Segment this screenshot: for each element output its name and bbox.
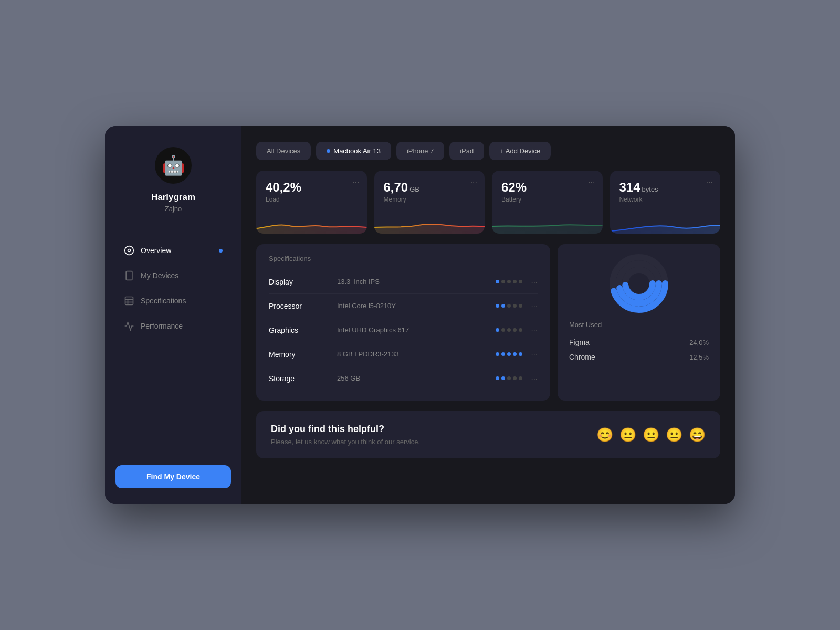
sidebar-item-specifications[interactable]: Specifications <box>116 289 231 312</box>
sidebar-item-overview[interactable]: Overview <box>116 239 231 262</box>
middle-row: Specifications Display13.3–inch IPS···Pr… <box>256 244 720 401</box>
chart-load <box>256 213 367 234</box>
nav-active-dot <box>219 249 223 253</box>
spec-value: Intel UHD Graphics 617 <box>337 326 496 334</box>
most-used-card: Most Used Figma24,0%Chrome12,5% <box>558 244 720 401</box>
metric-more-load[interactable]: ··· <box>352 178 359 187</box>
gauge-svg <box>605 249 673 318</box>
avatar: 🤖 <box>155 147 192 184</box>
spec-name: Memory <box>269 350 337 359</box>
spec-dots <box>496 304 522 308</box>
metric-label-memory: Memory <box>384 196 476 203</box>
spec-dot <box>513 304 517 308</box>
spec-dot <box>519 280 522 284</box>
spec-dot <box>507 328 511 332</box>
svg-rect-2 <box>126 271 132 280</box>
spec-more-button[interactable]: ··· <box>531 326 538 334</box>
sidebar-item-my-devices[interactable]: My Devices <box>116 264 231 287</box>
feedback-text: Did you find this helpful? Please, let u… <box>271 424 420 446</box>
emoji-row: 😊😐😐😐😄 <box>596 427 706 443</box>
spec-dot <box>496 376 499 380</box>
spec-dot <box>519 328 522 332</box>
feedback-emoji-3[interactable]: 😐 <box>666 427 682 443</box>
spec-rows-container: Display13.3–inch IPS···ProcessorIntel Co… <box>269 270 538 390</box>
metric-card-network: ··· 314 bytes Network <box>610 171 721 234</box>
app-container: 🤖 Harlygram Zajno Overview My Devices <box>105 126 735 504</box>
spec-dot <box>501 304 505 308</box>
spec-dot <box>507 280 511 284</box>
spec-dot <box>496 304 499 308</box>
tab-active-dot <box>327 149 330 153</box>
tab-ipad[interactable]: iPad <box>449 142 484 160</box>
metric-value-load: 40,2% <box>266 180 358 195</box>
tab-label-iphone: iPhone 7 <box>407 147 434 155</box>
app-usage-row: Chrome12,5% <box>569 350 709 364</box>
metric-more-battery[interactable]: ··· <box>588 178 595 187</box>
spec-more-button[interactable]: ··· <box>531 301 538 310</box>
avatar-emoji: 🤖 <box>162 154 185 176</box>
spec-more-button[interactable]: ··· <box>531 277 538 286</box>
spec-dot <box>507 376 511 380</box>
svg-rect-4 <box>125 297 133 305</box>
feedback-emoji-0[interactable]: 😊 <box>596 427 613 443</box>
feedback-emoji-4[interactable]: 😄 <box>689 427 706 443</box>
sidebar-item-label-specifications: Specifications <box>141 297 186 305</box>
main-content: All Devices Macbook Air 13 iPhone 7 iPad… <box>242 126 735 504</box>
spec-dots <box>496 376 522 380</box>
specs-title: Specifications <box>269 255 538 262</box>
app-name: Chrome <box>569 353 595 361</box>
metric-more-network[interactable]: ··· <box>706 178 713 187</box>
spec-dot <box>507 304 511 308</box>
spec-dot <box>519 352 522 356</box>
user-role: Zajno <box>165 205 182 213</box>
spec-name: Display <box>269 278 337 286</box>
find-my-device-button[interactable]: Find My Device <box>116 465 231 488</box>
spec-dot <box>501 328 505 332</box>
spec-row: Storage256 GB··· <box>269 366 538 390</box>
spec-value: 256 GB <box>337 374 496 382</box>
tab-add-device[interactable]: + Add Device <box>489 142 551 160</box>
feedback-emoji-2[interactable]: 😐 <box>643 427 659 443</box>
spec-name: Processor <box>269 302 337 310</box>
spec-dot <box>513 280 517 284</box>
spec-name: Storage <box>269 374 337 383</box>
spec-value: 8 GB LPDDR3-2133 <box>337 350 496 358</box>
app-name: Figma <box>569 338 590 346</box>
chart-battery <box>492 213 603 234</box>
sidebar-item-label-overview: Overview <box>141 246 171 255</box>
spec-dot <box>501 280 505 284</box>
spec-dots <box>496 328 522 332</box>
tab-macbook-air[interactable]: Macbook Air 13 <box>316 142 391 160</box>
svg-point-0 <box>125 246 134 255</box>
metrics-row: ··· 40,2% Load ·· <box>256 171 720 234</box>
specs-card: Specifications Display13.3–inch IPS···Pr… <box>256 244 550 401</box>
app-percentage: 12,5% <box>689 353 709 361</box>
tab-iphone[interactable]: iPhone 7 <box>396 142 444 160</box>
spec-dot <box>513 376 517 380</box>
spec-dot <box>513 328 517 332</box>
spec-row: ProcessorIntel Core i5-8210Y··· <box>269 294 538 318</box>
feedback-question: Did you find this helpful? <box>271 424 420 435</box>
sidebar: 🤖 Harlygram Zajno Overview My Devices <box>105 126 242 504</box>
spec-dot <box>519 376 522 380</box>
feedback-emoji-1[interactable]: 😐 <box>620 427 636 443</box>
spec-more-button[interactable]: ··· <box>531 350 538 359</box>
metric-more-memory[interactable]: ··· <box>470 178 477 187</box>
nav-menu: Overview My Devices Specifications Per <box>116 239 231 465</box>
metric-label-load: Load <box>266 196 358 203</box>
spec-dot <box>496 328 499 332</box>
metric-card-memory: ··· 6,70 GB Memory <box>374 171 485 234</box>
svg-point-1 <box>128 249 131 252</box>
tab-label-add-device: + Add Device <box>500 147 540 155</box>
sidebar-item-performance[interactable]: Performance <box>116 314 231 338</box>
metric-card-battery: ··· 62% Battery <box>492 171 603 234</box>
metric-value-battery: 62% <box>501 180 593 195</box>
spec-value: 13.3–inch IPS <box>337 278 496 286</box>
spec-dot <box>513 352 517 356</box>
app-usage-container: Figma24,0%Chrome12,5% <box>569 335 709 364</box>
tab-label-macbook-air: Macbook Air 13 <box>333 147 381 155</box>
tab-all-devices[interactable]: All Devices <box>256 142 311 160</box>
metric-card-load: ··· 40,2% Load <box>256 171 367 234</box>
spec-more-button[interactable]: ··· <box>531 374 538 383</box>
sidebar-item-label-my-devices: My Devices <box>141 271 178 280</box>
